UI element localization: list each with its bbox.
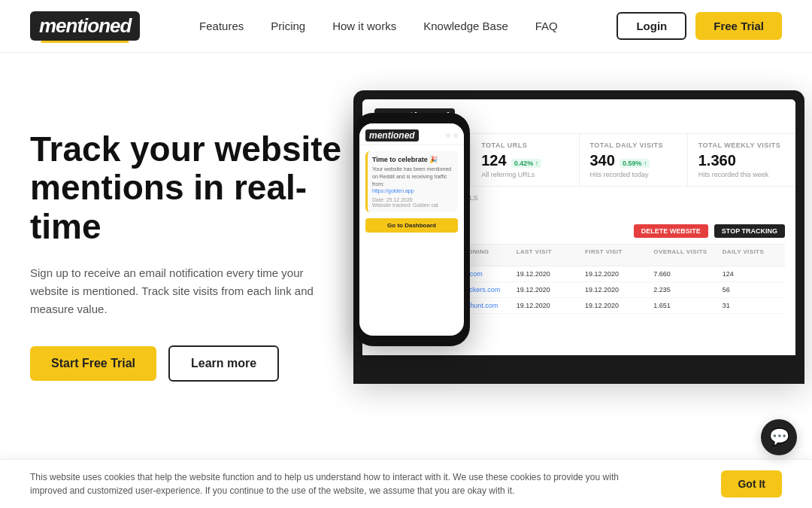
free-trial-button[interactable]: Free Trial <box>695 12 782 40</box>
nav-item-faq[interactable]: FAQ <box>535 20 558 33</box>
hero-right: mentioned Time to celebrate 🎉 Your websi… <box>346 98 782 414</box>
stat-total-urls: TOTAL URLS 124 0.42% ↑ All referring URL… <box>471 134 579 186</box>
cookie-banner: This website uses cookies that help the … <box>0 459 812 508</box>
hero-subtitle: Sign up to receive an email notification… <box>30 264 316 318</box>
stat-daily-visits: TOTAL DAILY VISITS 340 0.59% ↑ Hits reco… <box>580 134 688 186</box>
learn-more-button[interactable]: Learn more <box>168 345 279 382</box>
got-it-button[interactable]: Got It <box>721 470 782 497</box>
phone-notif-body: Your website has been mentioned on Reddi… <box>372 166 453 195</box>
nav-item-pricing[interactable]: Pricing <box>271 20 305 33</box>
phone-cta-button[interactable]: Go to Dashboard <box>365 218 458 233</box>
phone-mockup: mentioned Time to celebrate 🎉 Your websi… <box>353 113 470 346</box>
login-button[interactable]: Login <box>617 12 686 40</box>
stat-weekly-visits: TOTAL WEEKLY VISITS 1.360 Hits recorded … <box>688 134 795 186</box>
phone-notif-date: Date: 25.12.2020 <box>372 197 453 202</box>
phone-notif-website: Website tracked: Golden cat <box>372 202 453 208</box>
phone-logo: mentioned <box>365 129 419 141</box>
logo[interactable]: mentioned <box>30 11 140 41</box>
phone-body: Time to celebrate 🎉 Your website has bee… <box>359 145 464 239</box>
phone-notification: Time to celebrate 🎉 Your website has bee… <box>365 151 458 212</box>
stop-tracking-button[interactable]: STOP TRACKING <box>714 224 785 238</box>
phone-screen: mentioned Time to celebrate 🎉 Your websi… <box>359 123 464 336</box>
phone-notif-title: Time to celebrate 🎉 <box>372 156 453 163</box>
hero-title: Track your website mentions in real-time <box>30 130 361 247</box>
chat-button[interactable]: 💬 <box>761 419 797 455</box>
navbar-actions: Login Free Trial <box>617 12 782 40</box>
start-free-trial-button[interactable]: Start Free Trial <box>30 346 156 381</box>
delete-website-button[interactable]: DELETE WEBSITE <box>634 224 708 238</box>
hero-section: Track your website mentions in real-time… <box>0 53 812 444</box>
nav-item-features[interactable]: Features <box>199 20 244 33</box>
cookie-text: This website uses cookies that help the … <box>30 470 647 497</box>
nav-item-how-it-works[interactable]: How it works <box>332 20 396 33</box>
nav-links: Features Pricing How it works Knowledge … <box>199 20 558 33</box>
hero-left: Track your website mentions in real-time… <box>30 130 361 382</box>
nav-item-knowledge-base[interactable]: Knowledge Base <box>423 20 508 33</box>
navbar: mentioned Features Pricing How it works … <box>0 0 812 53</box>
phone-header: mentioned <box>359 123 464 145</box>
hero-buttons: Start Free Trial Learn more <box>30 345 361 382</box>
phone-notif-link[interactable]: https://golden.app <box>372 188 414 193</box>
chat-icon: 💬 <box>769 427 789 447</box>
